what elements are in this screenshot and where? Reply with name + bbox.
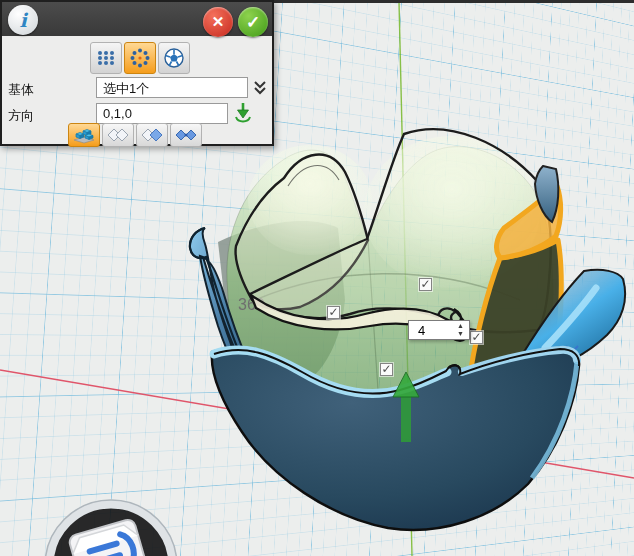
fill-pattern-button[interactable] (158, 42, 190, 74)
linear-pattern-button[interactable] (90, 42, 122, 74)
diamond-white-blue-icon (140, 126, 164, 144)
ghost-instances-button[interactable] (102, 123, 134, 147)
spinner-down-icon[interactable]: ▼ (455, 330, 466, 338)
feature-checkbox[interactable]: ✓ (327, 306, 340, 319)
grid-dots-icon (95, 47, 117, 69)
cancel-button[interactable]: ✕ (203, 7, 233, 37)
spinner-up-icon[interactable]: ▲ (455, 322, 466, 330)
feature-checkbox[interactable]: ✓ (470, 331, 483, 344)
close-icon: ✕ (212, 13, 225, 31)
double-diamond-icon (106, 126, 130, 144)
circular-pattern-button[interactable] (124, 42, 156, 74)
info-icon: i (19, 9, 26, 31)
base-body-field[interactable]: 选中1个 (96, 77, 248, 98)
check-icon: ✓ (246, 12, 260, 33)
circular-pattern-dialog: i ✕ ✓ 基体 (0, 0, 274, 146)
sphere-icon (163, 47, 185, 69)
pattern-count-box: ▲ ▼ (408, 320, 470, 340)
expand-chevron-icon[interactable] (252, 80, 268, 96)
spacing-instances-button[interactable] (170, 123, 202, 147)
direction-field[interactable]: 0,1,0 (96, 103, 228, 124)
circular-dots-icon (129, 47, 151, 69)
view-logo[interactable] (0, 486, 230, 556)
pick-direction-icon[interactable] (233, 102, 253, 124)
base-body-label: 基体 (8, 81, 34, 99)
direction-label: 方向 (8, 107, 34, 125)
half-instances-button[interactable] (136, 123, 168, 147)
feature-checkbox[interactable]: ✓ (419, 278, 432, 291)
diamond-split-icon (174, 126, 198, 144)
feature-checkbox[interactable]: ✓ (380, 363, 393, 376)
cubes-icon (72, 126, 96, 144)
info-button[interactable]: i (8, 5, 38, 35)
confirm-button[interactable]: ✓ (238, 7, 268, 37)
solid-result-button[interactable] (68, 123, 100, 147)
